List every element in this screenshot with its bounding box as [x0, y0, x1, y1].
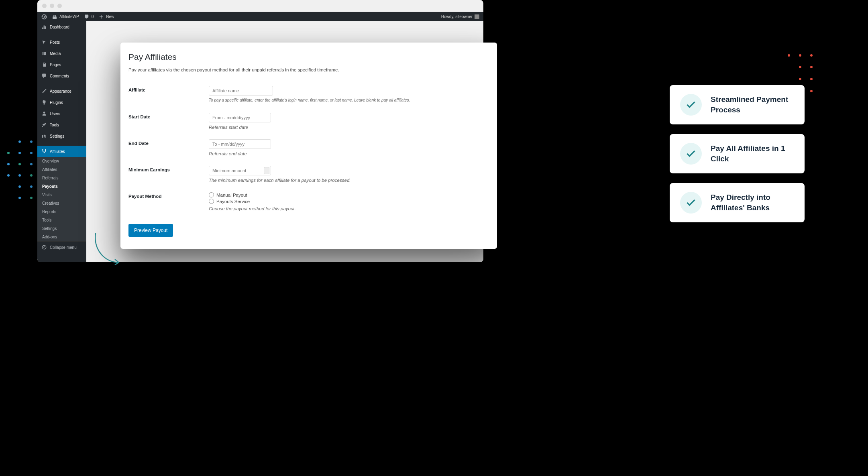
- affiliate-hint: To pay a specific affiliate, enter the a…: [209, 98, 489, 103]
- end-date-input[interactable]: [209, 139, 271, 149]
- submenu-item-addons[interactable]: Add-ons: [37, 233, 86, 241]
- radio-icon: [209, 199, 214, 204]
- feature-text: Pay All Affiliates in 1 Click: [711, 143, 794, 164]
- sidebar-item-posts[interactable]: Posts: [37, 37, 86, 48]
- feature-card: Pay Directly into Affiliates' Banks: [670, 183, 805, 222]
- submenu-item-referrals[interactable]: Referrals: [37, 174, 86, 182]
- sidebar-item-users[interactable]: Users: [37, 108, 86, 119]
- sidebar-item-label: Posts: [50, 40, 60, 45]
- check-icon: [680, 192, 702, 214]
- sidebar-item-affiliates[interactable]: Affiliates: [37, 146, 86, 157]
- comment-count: 0: [92, 14, 94, 19]
- svg-point-3: [42, 245, 46, 249]
- end-date-hint: Referrals end date: [209, 151, 489, 156]
- svg-point-2: [44, 152, 45, 153]
- sidebar-item-label: Tools: [50, 123, 59, 127]
- start-date-input[interactable]: [209, 113, 271, 122]
- sidebar-item-pages[interactable]: Pages: [37, 59, 86, 70]
- sidebar-item-label: Pages: [50, 63, 61, 67]
- collapse-label: Collapse menu: [50, 245, 77, 250]
- payout-method-label: Payout Method: [120, 188, 209, 217]
- payout-option-label: Payouts Service: [216, 199, 250, 204]
- site-name-link[interactable]: AffiliateWP: [52, 14, 79, 20]
- sidebar-item-label: Plugins: [50, 100, 63, 105]
- sidebar-item-label: Appearance: [50, 89, 71, 94]
- submenu-item-affiliates[interactable]: Affiliates: [37, 165, 86, 174]
- submenu-item-overview[interactable]: Overview: [37, 157, 86, 165]
- preview-payout-button[interactable]: Preview Payout: [128, 224, 173, 237]
- collapse-menu-button[interactable]: Collapse menu: [37, 241, 86, 253]
- payout-method-manual[interactable]: Manual Payout: [209, 192, 489, 197]
- end-date-label: End Date: [120, 135, 209, 162]
- avatar-icon: [475, 14, 479, 19]
- sidebar-submenu: Overview Affiliates Referrals Payouts Vi…: [37, 157, 86, 241]
- radio-icon: [209, 192, 214, 197]
- start-date-label: Start Date: [120, 109, 209, 135]
- min-earnings-label: Minimum Earnings: [120, 162, 209, 188]
- new-content-link[interactable]: New: [98, 14, 114, 20]
- arrow-icon: [92, 231, 122, 265]
- sidebar-item-label: Affiliates: [50, 149, 65, 154]
- affiliate-label: Affiliate: [120, 82, 209, 109]
- submenu-item-creatives[interactable]: Creatives: [37, 199, 86, 207]
- wp-admin-bar: AffiliateWP 0 New Howdy, siteowner: [37, 12, 483, 21]
- wp-admin-sidebar: Dashboard Posts Media Pages Comments: [37, 21, 86, 262]
- check-icon: [680, 94, 702, 116]
- sidebar-item-dashboard[interactable]: Dashboard: [37, 21, 86, 33]
- page-title: Pay Affiliates: [120, 52, 497, 67]
- decorative-dots-left: [4, 140, 40, 221]
- affiliate-input[interactable]: [209, 86, 273, 96]
- wp-logo-icon[interactable]: [41, 14, 47, 20]
- howdy-link[interactable]: Howdy, siteowner: [441, 14, 479, 19]
- payout-method-service[interactable]: Payouts Service: [209, 199, 489, 204]
- sidebar-item-plugins[interactable]: Plugins: [37, 97, 86, 108]
- payout-method-hint: Choose the payout method for this payout…: [209, 206, 489, 211]
- feature-card: Streamlined Payment Process: [670, 85, 805, 124]
- traffic-light-close[interactable]: [42, 4, 47, 8]
- min-earnings-hint: The minimum earnings for each affiliate …: [209, 178, 489, 183]
- main-content-card: Pay Affiliates Pay your affiliates via t…: [120, 43, 497, 249]
- sidebar-item-label: Dashboard: [50, 25, 69, 29]
- sidebar-item-label: Media: [50, 51, 61, 56]
- feature-text: Pay Directly into Affiliates' Banks: [711, 192, 794, 213]
- check-icon: [680, 143, 702, 165]
- sidebar-item-label: Users: [50, 112, 60, 116]
- submenu-item-payouts[interactable]: Payouts: [37, 182, 86, 191]
- howdy-label: Howdy, siteowner: [441, 14, 473, 19]
- new-label: New: [106, 14, 114, 19]
- sidebar-item-comments[interactable]: Comments: [37, 70, 86, 81]
- sidebar-item-media[interactable]: Media: [37, 48, 86, 59]
- start-date-hint: Referrals start date: [209, 125, 489, 130]
- submenu-item-settings[interactable]: Settings: [37, 224, 86, 233]
- feature-card: Pay All Affiliates in 1 Click: [670, 134, 805, 173]
- submenu-item-reports[interactable]: Reports: [37, 207, 86, 216]
- sidebar-item-settings[interactable]: Settings: [37, 130, 86, 142]
- traffic-light-maximize[interactable]: [57, 4, 62, 8]
- browser-chrome: [37, 0, 483, 12]
- feature-cards: Streamlined Payment Process Pay All Affi…: [670, 85, 805, 222]
- payout-option-label: Manual Payout: [216, 193, 247, 197]
- feature-text: Streamlined Payment Process: [711, 94, 794, 115]
- sidebar-item-label: Comments: [50, 74, 69, 78]
- sidebar-item-appearance[interactable]: Appearance: [37, 85, 86, 97]
- number-spinner-icon[interactable]: [264, 167, 269, 174]
- sidebar-item-label: Settings: [50, 134, 64, 138]
- submenu-item-tools[interactable]: Tools: [37, 216, 86, 224]
- min-earnings-input[interactable]: [209, 166, 271, 175]
- traffic-light-minimize[interactable]: [50, 4, 54, 8]
- site-name-label: AffiliateWP: [59, 14, 79, 19]
- sidebar-item-tools[interactable]: Tools: [37, 119, 86, 130]
- page-description: Pay your affiliates via the chosen payou…: [120, 67, 497, 82]
- comments-link[interactable]: 0: [84, 14, 94, 20]
- submenu-item-visits[interactable]: Visits: [37, 191, 86, 199]
